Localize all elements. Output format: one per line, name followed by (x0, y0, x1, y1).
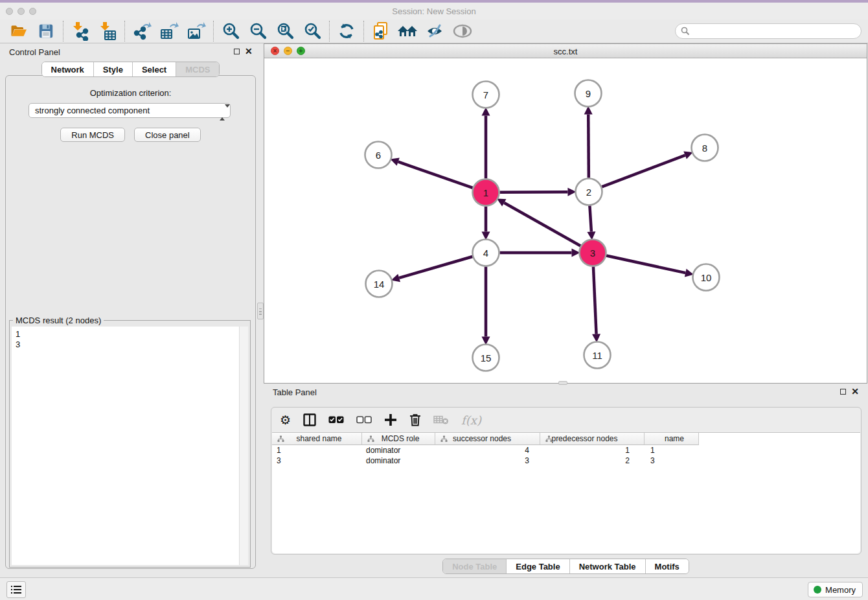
vertical-splitter-handle[interactable] (257, 303, 264, 319)
memory-button[interactable]: Memory (808, 582, 863, 597)
refresh-button[interactable] (333, 20, 360, 42)
cell-name[interactable]: 1 (645, 445, 699, 456)
criterion-select[interactable]: strongly connected component (29, 103, 231, 118)
graph-node-label: 11 (592, 350, 602, 361)
tab-style[interactable]: Style (93, 62, 132, 76)
mcds-result-area[interactable]: 1 3 (12, 327, 248, 565)
refresh-icon (337, 22, 356, 40)
graph-edge[interactable] (593, 266, 597, 334)
hide-selected-button[interactable] (422, 20, 449, 42)
graph-edge[interactable] (588, 114, 589, 178)
column-type-icon (277, 435, 284, 443)
graph-edge[interactable] (606, 256, 685, 273)
toolbar-separator (329, 21, 330, 41)
network-window-titlebar[interactable]: × − + scc.txt (264, 44, 867, 58)
search-input[interactable] (675, 23, 862, 39)
cell-mcds-role[interactable]: dominator (362, 456, 435, 466)
import-network-button[interactable] (67, 20, 94, 42)
network-graph-svg: 7968124314101511 (264, 58, 867, 383)
table-row[interactable]: 3 dominator 3 2 3 (272, 456, 860, 466)
export-image-button[interactable] (183, 20, 210, 42)
cell-mcds-role[interactable]: dominator (362, 445, 435, 456)
first-neighbors-button[interactable] (394, 20, 422, 42)
zoom-in-button[interactable] (217, 20, 244, 42)
tab-motifs[interactable]: Motifs (645, 559, 689, 573)
toolbar-search (675, 23, 862, 39)
column-header-successor-nodes[interactable]: successor nodes (435, 433, 540, 445)
close-panel-icon[interactable]: ✕ (245, 46, 253, 56)
control-panel-buttons: Run MCDS Close panel (0, 128, 261, 142)
cell-predecessor-nodes[interactable]: 2 (540, 456, 645, 466)
new-network-from-selection-icon (371, 21, 391, 41)
zoom-fit-button[interactable] (271, 20, 299, 42)
column-header-shared-name[interactable]: shared name (272, 433, 362, 445)
deselect-all-columns-icon[interactable] (356, 416, 372, 424)
cell-shared-name[interactable]: 3 (272, 456, 362, 466)
network-canvas[interactable]: 7968124314101511 (264, 58, 867, 383)
graph-edge[interactable] (499, 192, 567, 192)
cell-predecessor-nodes[interactable]: 1 (540, 445, 645, 456)
network-overview-button[interactable] (6, 581, 26, 598)
export-image-icon (187, 21, 206, 41)
add-column-icon[interactable] (384, 413, 397, 426)
graph-node-label: 9 (586, 88, 591, 99)
cell-shared-name[interactable]: 1 (272, 445, 362, 456)
cell-name[interactable]: 3 (645, 456, 699, 466)
cell-successor-nodes[interactable]: 4 (435, 445, 540, 456)
column-header-name[interactable]: name (645, 433, 699, 445)
first-neighbors-houses-icon (397, 23, 419, 40)
toolbar-separator (363, 21, 364, 41)
graph-node-label: 14 (374, 279, 385, 290)
hide-selected-eye-icon (426, 23, 445, 40)
node-table: shared name MCDS role (272, 432, 860, 553)
graph-edge[interactable] (602, 156, 685, 187)
zoom-out-button[interactable] (244, 20, 271, 42)
save-disk-icon (38, 23, 54, 40)
tab-node-table[interactable]: Node Table (443, 559, 506, 573)
tab-network-table[interactable]: Network Table (569, 559, 645, 573)
toolbar-separator (124, 21, 125, 41)
table-header-row: shared name MCDS role (272, 433, 860, 445)
column-type-icon (367, 435, 374, 443)
graph-edge[interactable] (504, 203, 580, 246)
select-all-columns-icon[interactable] (328, 416, 344, 424)
network-window-title: scc.txt (264, 47, 867, 56)
open-folder-icon (10, 22, 28, 40)
new-network-from-selection-button[interactable] (367, 20, 394, 42)
column-header-predecessor-nodes[interactable]: predecessor nodes (540, 433, 645, 445)
tab-select[interactable]: Select (132, 62, 176, 76)
export-network-button[interactable] (128, 20, 155, 42)
open-session-button[interactable] (5, 20, 32, 42)
memory-status-icon (814, 586, 821, 594)
delete-column-icon[interactable] (409, 413, 421, 426)
control-panel-title: Control Panel (9, 47, 60, 57)
cell-successor-nodes[interactable]: 3 (435, 456, 540, 466)
graph-edge[interactable] (399, 257, 472, 278)
tab-mcds[interactable]: MCDS (176, 62, 219, 76)
table-container: ⚙ (271, 407, 862, 555)
right-column: × − + scc.txt 7968124314101511 Table Pan… (264, 43, 868, 577)
tab-edge-table[interactable]: Edge Table (506, 559, 569, 573)
close-table-panel-icon[interactable]: ✕ (851, 386, 859, 397)
table-row[interactable]: 1 dominator 4 1 1 (272, 445, 860, 456)
close-panel-button[interactable]: Close panel (134, 128, 201, 142)
graph-edge[interactable] (589, 205, 591, 231)
graph-node-label: 15 (481, 352, 492, 363)
run-mcds-button[interactable]: Run MCDS (60, 128, 125, 142)
graph-node-label: 4 (483, 248, 488, 259)
show-all-button[interactable] (449, 20, 476, 42)
column-header-mcds-role[interactable]: MCDS role (362, 433, 435, 445)
table-settings-icon[interactable]: ⚙ (280, 413, 291, 426)
column-layout-icon[interactable] (303, 413, 316, 426)
zoom-selected-button[interactable] (299, 20, 326, 42)
graph-edge[interactable] (398, 162, 473, 188)
float-table-panel-icon[interactable] (840, 389, 846, 395)
float-panel-icon[interactable] (234, 49, 240, 54)
save-session-button[interactable] (32, 20, 60, 42)
network-view-window: × − + scc.txt 7968124314101511 (264, 43, 867, 384)
result-scrollbar[interactable] (239, 327, 248, 565)
import-table-button[interactable] (94, 20, 121, 42)
graph-node-label: 7 (483, 89, 488, 100)
tab-network[interactable]: Network (42, 62, 93, 76)
export-table-button[interactable] (155, 20, 183, 42)
